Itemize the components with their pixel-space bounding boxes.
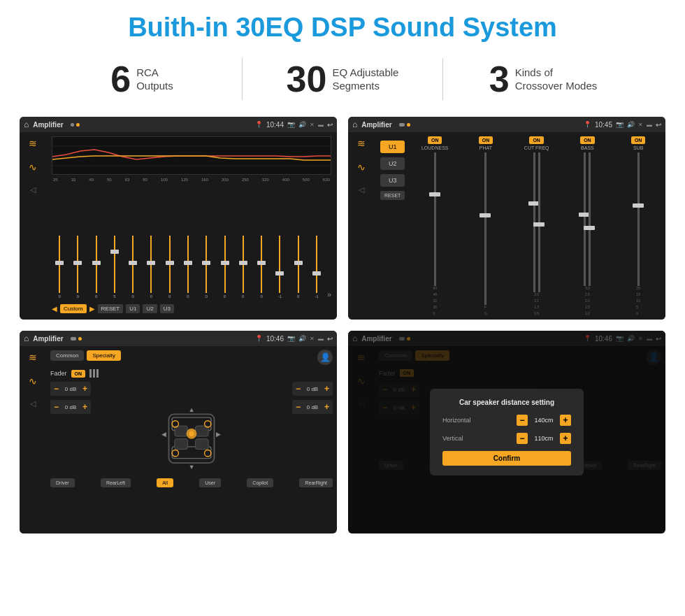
tab-specialty-s3[interactable]: Specialty <box>87 350 120 361</box>
wave-sidebar-icon[interactable]: ∿ <box>29 162 37 173</box>
slider-track-14[interactable] <box>316 236 317 293</box>
slider-12[interactable]: -1 <box>272 236 287 299</box>
close-icon-s3[interactable]: ✕ <box>310 336 315 342</box>
vertical-plus-btn[interactable]: + <box>560 433 571 444</box>
cutfreq-track-2[interactable] <box>538 152 540 292</box>
slider-track-7[interactable] <box>187 236 189 293</box>
vol-rl-plus[interactable]: + <box>82 402 87 412</box>
vol-rr-minus[interactable]: − <box>296 402 301 412</box>
slider-6[interactable]: 0 <box>162 236 178 299</box>
slider-track-3[interactable] <box>114 236 115 293</box>
reset-btn-s2[interactable]: RESET <box>380 191 405 200</box>
slider-0[interactable]: 0 <box>52 236 67 299</box>
u2-btn-s2[interactable]: U2 <box>380 157 405 170</box>
dot-sq-s3 <box>71 337 76 341</box>
speaker-icon-small[interactable]: 🔊 <box>298 121 306 128</box>
slider-10[interactable]: 0 <box>236 236 251 299</box>
horizontal-minus-btn[interactable]: − <box>517 415 528 426</box>
vertical-minus-btn[interactable]: − <box>517 433 528 444</box>
close-icon[interactable]: ✕ <box>310 122 315 128</box>
slider-track-10[interactable] <box>243 236 244 293</box>
slider-3[interactable]: 5 <box>107 236 122 299</box>
vol-rl-minus[interactable]: − <box>54 402 59 412</box>
slider-1[interactable]: 0 <box>70 236 85 299</box>
wave-icon-s3[interactable]: ∿ <box>29 375 37 387</box>
u1-btn[interactable]: U1 <box>126 304 140 313</box>
person-icon-btn[interactable]: 👤 <box>317 350 333 365</box>
vol-fr-minus[interactable]: − <box>296 384 301 394</box>
slider-track-8[interactable] <box>206 236 207 293</box>
u1-btn-s2[interactable]: U1 <box>380 141 405 153</box>
screen-crossover: ⌂ Amplifier 📍 10:45 📷 🔊 ✕ ▬ ↩ <box>348 117 665 320</box>
phat-on[interactable]: ON <box>479 136 493 144</box>
play-btn[interactable]: ▶ <box>89 305 95 313</box>
loudness-on[interactable]: ON <box>428 136 442 144</box>
vol-rr-plus[interactable]: + <box>324 402 329 412</box>
vol-fl-plus[interactable]: + <box>82 384 87 394</box>
slider-track-5[interactable] <box>150 236 152 293</box>
slider-track-1[interactable] <box>77 236 78 293</box>
speaker-icon-s3[interactable]: 🔊 <box>298 335 306 342</box>
phat-track[interactable] <box>484 152 486 305</box>
slider-13[interactable]: 0 <box>290 236 305 299</box>
eq-icon-s3[interactable]: ≋ <box>29 352 37 363</box>
slider-track-12[interactable] <box>279 236 280 293</box>
vol-sidebar-icon-s2[interactable]: ◁ <box>359 185 364 194</box>
slider-track-2[interactable] <box>96 236 97 293</box>
home-icon-s2[interactable]: ⌂ <box>352 120 357 129</box>
battery-icon-s3: ▬ <box>318 336 324 342</box>
back-icon-s3[interactable]: ↩ <box>327 335 333 343</box>
slider-8[interactable]: 0 <box>199 236 214 299</box>
horizontal-plus-btn[interactable]: + <box>560 415 571 426</box>
bass-track-1[interactable] <box>584 152 586 286</box>
home-icon-s3[interactable]: ⌂ <box>24 334 29 343</box>
slider-track-11[interactable] <box>261 236 262 293</box>
speaker-icon-s2[interactable]: 🔊 <box>627 121 635 128</box>
slider-track-9[interactable] <box>224 236 226 293</box>
cutfreq-on[interactable]: ON <box>529 136 544 144</box>
prev-btn[interactable]: ◀ <box>52 305 57 313</box>
slider-track-13[interactable] <box>298 236 299 293</box>
vol-icon-s3[interactable]: ◁ <box>30 399 36 408</box>
slider-7[interactable]: 0 <box>180 236 196 299</box>
sub-track[interactable] <box>637 152 640 286</box>
fader-on-btn[interactable]: ON <box>71 370 86 378</box>
slider-track-6[interactable] <box>169 236 171 293</box>
back-icon[interactable]: ↩ <box>327 121 333 129</box>
eq-sidebar-icon-s2[interactable]: ≋ <box>357 138 366 149</box>
vol-fl-minus[interactable]: − <box>54 384 59 394</box>
slider-track-0[interactable] <box>59 236 60 293</box>
wave-sidebar-icon-s2[interactable]: ∿ <box>357 162 366 173</box>
bass-track-2[interactable] <box>589 152 591 286</box>
close-icon-s2[interactable]: ✕ <box>638 122 643 128</box>
slider-14[interactable]: -1 <box>309 236 324 299</box>
all-btn[interactable]: All <box>157 478 173 487</box>
u2-btn[interactable]: U2 <box>143 304 157 313</box>
slider-track-4[interactable] <box>132 236 134 293</box>
slider-5[interactable]: 0 <box>143 236 159 299</box>
custom-btn[interactable]: Custom <box>60 304 87 313</box>
slider-9[interactable]: 0 <box>217 236 232 299</box>
copilot-btn[interactable]: Copilot <box>247 478 273 487</box>
sub-on[interactable]: ON <box>631 136 646 144</box>
slider-11[interactable]: 0 <box>254 236 269 299</box>
slider-2[interactable]: 0 <box>89 236 104 299</box>
confirm-button[interactable]: Confirm <box>442 451 571 466</box>
volume-sidebar-icon[interactable]: ◁ <box>30 185 36 194</box>
rearright-btn[interactable]: RearRight <box>299 478 333 487</box>
back-icon-s2[interactable]: ↩ <box>656 121 661 129</box>
driver-btn[interactable]: Driver <box>50 478 75 487</box>
bass-on[interactable]: ON <box>580 136 595 144</box>
loudness-track-l[interactable] <box>434 152 436 286</box>
user-btn[interactable]: User <box>199 478 221 487</box>
u3-btn[interactable]: U3 <box>160 304 174 313</box>
tab-common-s3[interactable]: Common <box>50 350 84 361</box>
reset-btn[interactable]: RESET <box>98 304 124 313</box>
slider-4[interactable]: 0 <box>125 236 140 299</box>
eq-sidebar-icon[interactable]: ≋ <box>29 138 37 149</box>
home-icon[interactable]: ⌂ <box>24 120 29 129</box>
u3-btn-s2[interactable]: U3 <box>380 174 405 187</box>
more-arrow[interactable]: » <box>327 290 331 299</box>
vol-fr-plus[interactable]: + <box>324 384 329 394</box>
rearleft-btn[interactable]: RearLeft <box>101 478 131 487</box>
